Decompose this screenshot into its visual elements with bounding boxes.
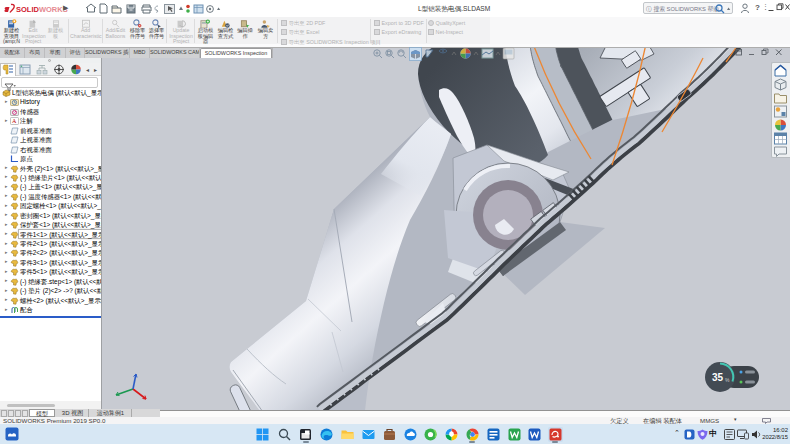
svg-text:A: A <box>12 118 17 124</box>
svg-text:SOLIDWORKS: SOLIDWORKS <box>16 5 68 14</box>
svg-text:%: % <box>725 377 730 383</box>
svg-text:35: 35 <box>712 372 724 383</box>
